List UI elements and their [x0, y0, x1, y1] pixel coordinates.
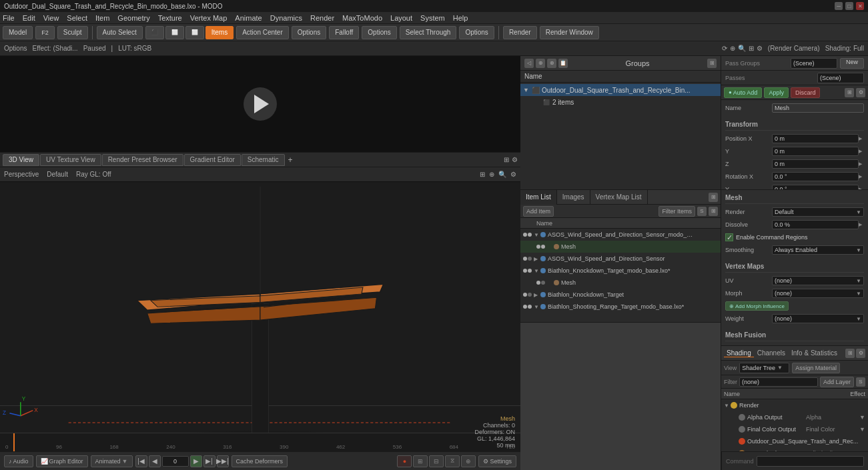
- icon-4[interactable]: ⊞: [749, 45, 754, 52]
- rec-icon-5[interactable]: ⊕: [461, 455, 476, 467]
- pos-z-arrow[interactable]: ▶: [859, 161, 864, 167]
- pos-y-arrow[interactable]: ▶: [859, 149, 864, 154]
- tab-gradient-editor[interactable]: Gradient Editor: [184, 154, 241, 166]
- shader-icon-2[interactable]: ⚙: [856, 349, 865, 358]
- menu-edit[interactable]: Edit: [23, 14, 35, 22]
- tab-info[interactable]: Info & Statistics: [789, 349, 840, 357]
- sh-render[interactable]: ▼ Render: [721, 399, 868, 411]
- il-icon-2[interactable]: ⊞: [709, 207, 718, 216]
- rec-icon-4[interactable]: ⧖: [445, 455, 460, 467]
- item-list-expand[interactable]: ⊞: [709, 193, 718, 202]
- default-dropdown[interactable]: Default: [47, 171, 68, 178]
- props-icon-1[interactable]: ⊞: [845, 88, 854, 97]
- menu-select[interactable]: Select: [67, 14, 87, 22]
- pos-y-value[interactable]: 0 m: [772, 147, 859, 156]
- options3-btn[interactable]: Options: [459, 26, 494, 39]
- icon-3[interactable]: 🔍: [738, 45, 746, 52]
- dissolve-arrow[interactable]: ▶: [859, 222, 864, 227]
- menu-item[interactable]: Item: [95, 14, 109, 22]
- render-window-btn[interactable]: Render Window: [540, 26, 599, 39]
- item-row-1[interactable]: ▼ ASOS_Wind_Speed_and_Direction_Sensor_m…: [520, 229, 721, 241]
- prev-frame-btn[interactable]: |◀: [135, 455, 147, 467]
- options1-btn[interactable]: Options: [292, 26, 326, 39]
- weight-select[interactable]: (none) ▼: [772, 314, 864, 323]
- tab-vertex-map[interactable]: Vertex Map List: [590, 190, 648, 205]
- new-pass-group-btn[interactable]: New: [840, 58, 864, 69]
- groups-icon-4[interactable]: 📋: [558, 59, 568, 68]
- menu-dynamics[interactable]: Dynamics: [270, 14, 302, 22]
- tab-uv-texture[interactable]: UV Texture View: [40, 154, 101, 166]
- discard-btn[interactable]: Discard: [791, 87, 821, 98]
- passes-select[interactable]: (Scene): [817, 73, 864, 83]
- menu-help[interactable]: Help: [453, 14, 468, 22]
- close-btn[interactable]: ✕: [856, 2, 864, 10]
- item-row-3-child[interactable]: Mesh: [520, 277, 721, 289]
- groups-expand-icon[interactable]: ⊞: [707, 59, 717, 68]
- items-btn[interactable]: Items: [205, 26, 234, 39]
- item-expand-5[interactable]: ▼: [534, 304, 540, 310]
- uv-select[interactable]: (none) ▼: [772, 276, 864, 285]
- auto-add-btn[interactable]: ● Auto Add: [724, 87, 762, 98]
- tab-render-preset[interactable]: Render Preset Browser: [102, 154, 183, 166]
- sh-arrow-alpha[interactable]: ▼: [859, 414, 865, 421]
- play-button[interactable]: [244, 87, 277, 121]
- add-morph-btn[interactable]: ⊕ Add Morph Influence: [725, 301, 789, 311]
- sh-arrow-final[interactable]: ▼: [859, 426, 865, 433]
- item-expand-3[interactable]: ▼: [534, 268, 540, 274]
- sculpt-mode-btn[interactable]: Sculpt: [57, 26, 88, 39]
- pass-groups-select[interactable]: (Scene): [791, 58, 837, 69]
- falloff-btn[interactable]: Falloff: [329, 26, 359, 39]
- morph-select[interactable]: (none) ▼: [772, 289, 864, 298]
- sh-final-color[interactable]: Final Color Output Final Color ▼: [721, 423, 868, 435]
- enable-cmd-checkbox[interactable]: ✓: [725, 233, 733, 241]
- item-row-1-child[interactable]: Mesh: [520, 241, 721, 253]
- add-layer-btn[interactable]: Add Layer: [820, 377, 854, 387]
- item-row-4[interactable]: ▶ Biathlon_Knockdown_Target: [520, 289, 721, 301]
- cache-deformers-btn[interactable]: Cache Deformers: [232, 455, 288, 467]
- groups-icon-3[interactable]: ⊗: [547, 59, 556, 68]
- group-item-child[interactable]: ⬛ 2 items: [520, 96, 721, 108]
- menu-texture[interactable]: Texture: [158, 14, 182, 22]
- ray-gl-toggle[interactable]: Ray GL: Off: [76, 171, 111, 178]
- pos-z-value[interactable]: 0 m: [772, 159, 859, 169]
- tab-item-list[interactable]: Item List: [520, 190, 557, 205]
- tab-3d-view[interactable]: 3D View: [3, 154, 39, 166]
- snap-icon[interactable]: ⊕: [489, 171, 494, 178]
- end-btn[interactable]: ▶▶|: [217, 455, 229, 467]
- maximize-btn[interactable]: □: [845, 2, 853, 10]
- shader-icon-1[interactable]: ⊞: [845, 349, 855, 358]
- smoothing-select[interactable]: Always Enabled ▼: [772, 245, 864, 255]
- icon-5[interactable]: ⚙: [757, 45, 763, 52]
- zoom-icon[interactable]: 🔍: [498, 171, 506, 178]
- rec-icon-3[interactable]: ⊟: [429, 455, 444, 467]
- menu-layout[interactable]: Layout: [390, 14, 412, 22]
- filter-select[interactable]: (none): [739, 377, 818, 387]
- menu-animate[interactable]: Animate: [235, 14, 262, 22]
- tab-schematic[interactable]: Schematic: [242, 154, 285, 166]
- rot-y-value[interactable]: 0.0 °: [772, 185, 859, 189]
- paused-btn[interactable]: Paused: [83, 45, 106, 52]
- render-btn[interactable]: Render: [503, 26, 537, 39]
- icon-2[interactable]: ⊕: [730, 45, 735, 52]
- props-icon-2[interactable]: ⚙: [856, 88, 865, 97]
- menu-view[interactable]: View: [43, 14, 59, 22]
- add-item-btn[interactable]: Add Item: [523, 206, 554, 217]
- grid-icon[interactable]: ⊞: [480, 171, 485, 178]
- options2-btn[interactable]: Options: [362, 26, 396, 39]
- il-icon-1[interactable]: S: [697, 207, 707, 216]
- expand-icon[interactable]: ▼: [523, 87, 531, 93]
- assign-material-btn[interactable]: Assign Material: [792, 363, 840, 373]
- shader-tree-select[interactable]: Shader Tree ▼: [739, 363, 789, 373]
- name-field[interactable]: Mesh: [772, 103, 864, 113]
- menu-vertex-map[interactable]: Vertex Map: [190, 14, 228, 22]
- rot-x-arrow[interactable]: ▶: [859, 174, 864, 179]
- pos-x-value[interactable]: 0 m: [772, 134, 859, 143]
- command-input[interactable]: [757, 456, 864, 467]
- menu-system[interactable]: System: [420, 14, 445, 22]
- select-through-btn[interactable]: Select Through: [400, 26, 457, 39]
- groups-icon-1[interactable]: ◁: [524, 59, 534, 68]
- group-item-root[interactable]: ▼ ⬛ Outdoor_Dual_Square_Trash_and_Recycl…: [520, 84, 721, 96]
- groups-icon-2[interactable]: ⊕: [536, 59, 545, 68]
- action-center-btn[interactable]: Action Center: [236, 26, 289, 39]
- item-expand-4[interactable]: ▶: [534, 292, 540, 298]
